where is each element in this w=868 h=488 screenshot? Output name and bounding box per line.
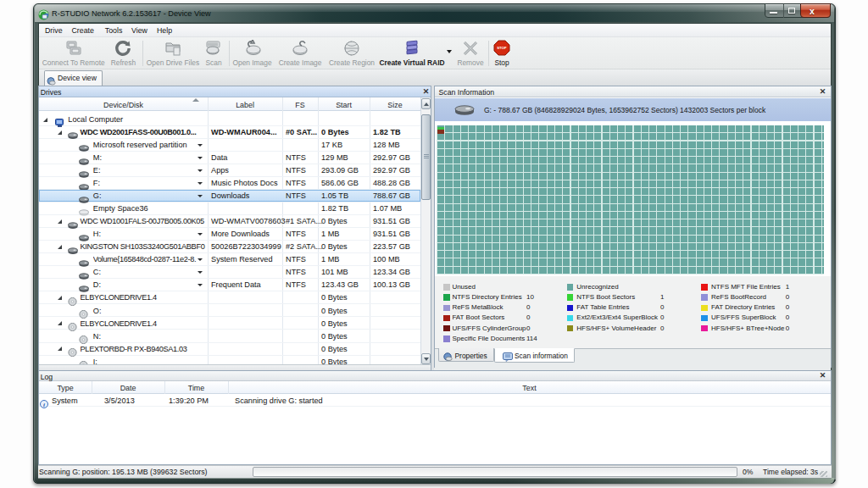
- svg-text:STOP: STOP: [497, 46, 507, 50]
- svg-text:i: i: [43, 402, 45, 408]
